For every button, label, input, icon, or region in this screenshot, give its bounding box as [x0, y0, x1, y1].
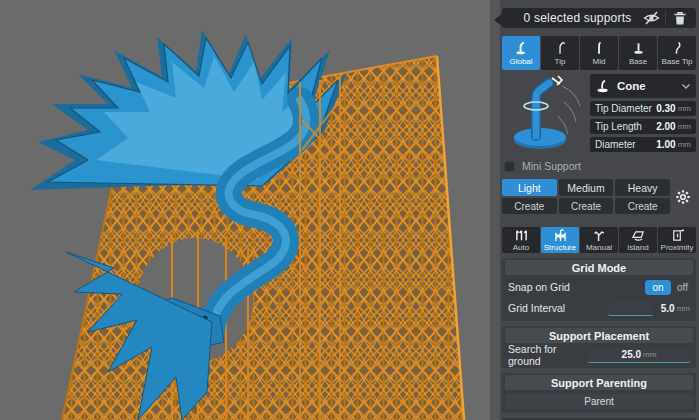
snap-on-grid-row: Snap on Grid on off	[505, 278, 693, 296]
grid-mode-header: Grid Mode	[505, 260, 693, 275]
tab-tip[interactable]: Tip	[541, 36, 579, 70]
tab-base[interactable]: Base	[619, 36, 657, 70]
auto-mode-icon	[514, 229, 529, 242]
selection-actions	[639, 8, 692, 28]
heavy-button[interactable]: Heavy	[615, 179, 670, 196]
grid-interval-value: 5.0	[661, 303, 675, 314]
mini-support-label: Mini Support	[522, 160, 581, 172]
create-light-button[interactable]: Create	[502, 198, 557, 214]
search-for-ground-label: Search for ground	[508, 343, 588, 367]
tab-structure[interactable]: Structure	[541, 227, 579, 253]
support-parenting-header: Support Parenting	[505, 375, 693, 390]
tip-support-icon	[553, 40, 568, 56]
search-for-ground-input[interactable]: 25.0 mm	[588, 348, 690, 363]
selection-count-label: 0 selected supports	[516, 11, 639, 25]
snap-off-button[interactable]: off	[677, 282, 690, 293]
parent-button[interactable]: Parent	[505, 394, 693, 409]
param-tip-diameter[interactable]: Tip Diameter 0.30 mm	[590, 101, 696, 116]
support-panel: 0 selected supports	[490, 0, 699, 420]
hide-supports-button[interactable]	[639, 8, 663, 28]
grid-mode-card: Grid Mode Snap on Grid on off Grid Inter…	[502, 258, 696, 321]
shape-dropdown[interactable]: Cone	[590, 74, 696, 98]
chevron-down-icon	[682, 84, 690, 89]
create-heavy-button[interactable]: Create	[615, 198, 670, 214]
manual-mode-icon	[592, 229, 607, 242]
parameter-column: Cone Tip Diameter 0.30 mm Tip Length 2.0…	[590, 72, 696, 154]
param-diameter[interactable]: Diameter 1.00 mm	[590, 137, 696, 152]
grid-interval-label: Grid Interval	[508, 302, 608, 314]
global-support-icon	[514, 40, 529, 56]
panel-edge	[490, 0, 500, 420]
cone-icon	[596, 79, 611, 94]
structure-mode-icon	[553, 229, 568, 242]
mini-support-checkbox[interactable]	[504, 161, 515, 172]
mini-support-row: Mini Support	[502, 160, 696, 172]
base-tip-support-icon	[670, 40, 685, 56]
support-part-tabs: Global Tip Mid Base	[502, 36, 696, 70]
eye-slash-icon	[643, 11, 660, 25]
light-button[interactable]: Light	[502, 179, 557, 196]
support-parenting-card: Support Parenting Parent	[502, 373, 696, 413]
tab-auto[interactable]: Auto	[502, 227, 540, 253]
gear-icon	[675, 189, 691, 205]
snap-on-button[interactable]: on	[645, 280, 671, 295]
support-parameters: Cone Tip Diameter 0.30 mm Tip Length 2.0…	[502, 72, 696, 154]
snap-on-grid-label: Snap on Grid	[508, 281, 645, 293]
trash-icon	[673, 11, 687, 26]
param-tip-length[interactable]: Tip Length 2.00 mm	[590, 119, 696, 134]
mid-support-icon	[592, 40, 607, 56]
support-placement-card: Support Placement Search for ground 25.0…	[502, 326, 696, 368]
support-preview	[502, 72, 590, 154]
density-presets: Light Medium Heavy Create Create Create	[502, 179, 696, 214]
island-mode-icon	[631, 229, 646, 242]
placement-mode-tabs: Auto Structure Manual Island	[502, 227, 696, 253]
tab-mid[interactable]: Mid	[580, 36, 618, 70]
divider	[665, 11, 666, 25]
density-grid: Light Medium Heavy Create Create Create	[502, 179, 670, 214]
model-scene	[0, 0, 490, 420]
base-support-icon	[631, 40, 646, 56]
tab-global[interactable]: Global	[502, 36, 540, 70]
collapse-arrow-icon[interactable]	[494, 13, 503, 27]
proximity-mode-icon	[670, 229, 685, 242]
support-preview-illustration	[506, 72, 586, 154]
tab-base-tip[interactable]: Base Tip	[658, 36, 696, 70]
support-placement-header: Support Placement	[505, 328, 693, 343]
3d-viewport[interactable]	[0, 0, 490, 420]
search-for-ground-row: Search for ground 25.0 mm	[505, 346, 693, 364]
support-editor-app: 0 selected supports	[0, 0, 699, 420]
tab-proximity[interactable]: Proximity	[658, 227, 696, 253]
medium-button[interactable]: Medium	[559, 179, 614, 196]
tab-island[interactable]: Island	[619, 227, 657, 253]
selection-bar: 0 selected supports	[502, 8, 696, 28]
density-settings-button[interactable]	[670, 189, 696, 205]
delete-supports-button[interactable]	[668, 8, 692, 28]
shape-value: Cone	[617, 80, 676, 92]
tab-manual[interactable]: Manual	[580, 227, 618, 253]
grid-interval-input[interactable]	[608, 301, 653, 316]
create-medium-button[interactable]: Create	[559, 198, 614, 214]
grid-interval-row: Grid Interval 5.0 mm	[505, 299, 693, 317]
